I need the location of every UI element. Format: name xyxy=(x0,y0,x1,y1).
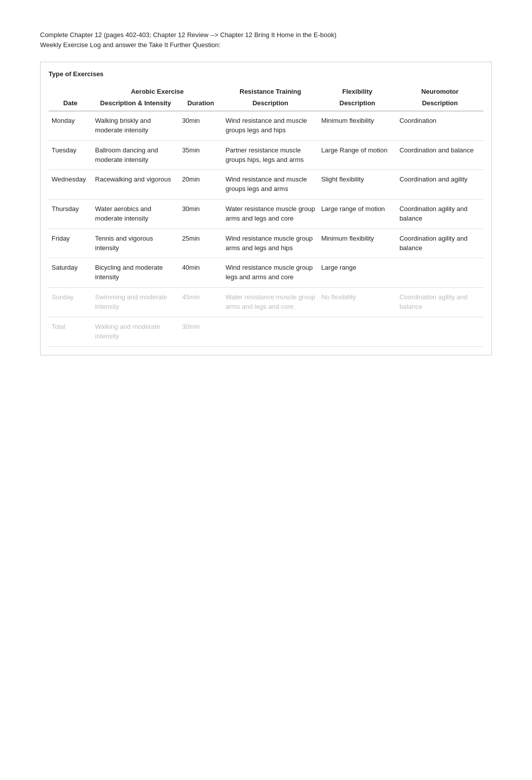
cell-neuromotor xyxy=(396,258,483,288)
header-aerobic: Aerobic Exercise xyxy=(92,84,222,97)
table-row: WednesdayRacewalking and vigorous20minWi… xyxy=(49,170,483,200)
table-row: MondayWalking briskly and moderate inten… xyxy=(49,111,483,141)
cell-neuromotor: Coordination agility and balance xyxy=(396,200,483,229)
cell-date: Monday xyxy=(49,111,92,141)
table-row: ThursdayWater aerobics and moderate inte… xyxy=(49,200,483,229)
cell-description: Water aerobics and moderate intensity xyxy=(92,200,179,229)
cell-flexibility: No flexibility xyxy=(318,288,396,317)
cell-flexibility xyxy=(318,317,396,346)
subheader-desc-intensity: Description & Intensity xyxy=(92,97,179,111)
cell-flexibility: Large range of motion xyxy=(318,200,396,229)
table-row: FridayTennis and vigorous intensity25min… xyxy=(49,229,483,258)
cell-neuromotor: Coordination agility and balance xyxy=(396,229,483,258)
cell-description: Tennis and vigorous intensity xyxy=(92,229,179,258)
subheader-flex-desc: Description xyxy=(318,97,396,111)
cell-date: Tuesday xyxy=(49,140,92,170)
cell-date: Thursday xyxy=(49,200,92,229)
subheader-res-desc: Description xyxy=(222,97,318,111)
cell-date: Saturday xyxy=(49,258,92,288)
intro-text: Complete Chapter 12 (pages 402-403; Chap… xyxy=(40,30,492,50)
cell-description: Bicycling and moderate intensity xyxy=(92,258,179,288)
header-flexibility: Flexibility xyxy=(318,84,396,97)
exercise-table-container: Type of Exercises Aerobic Exercise Resis… xyxy=(40,62,492,355)
group-header-row: Aerobic Exercise Resistance Training Fle… xyxy=(49,84,483,97)
cell-resistance: Water resistance muscle group arms and l… xyxy=(222,200,318,229)
cell-duration: 25min xyxy=(179,229,222,258)
cell-neuromotor: Coordination xyxy=(396,111,483,141)
cell-duration: 30min xyxy=(179,111,222,141)
cell-neuromotor: Coordination agility and balance xyxy=(396,288,483,317)
cell-description: Racewalking and vigorous xyxy=(92,170,179,200)
cell-neuromotor xyxy=(396,317,483,346)
cell-description: Swimming and moderate intensity xyxy=(92,288,179,317)
table-body: MondayWalking briskly and moderate inten… xyxy=(49,111,483,347)
cell-flexibility: Minimum flexibility xyxy=(318,229,396,258)
table-row: TuesdayBallroom dancing and moderate int… xyxy=(49,140,483,170)
cell-duration: 20min xyxy=(179,170,222,200)
cell-neuromotor: Coordination and agility xyxy=(396,170,483,200)
table-row: SundaySwimming and moderate intensity45m… xyxy=(49,288,483,317)
cell-resistance: Wind resistance muscle group legs and ar… xyxy=(222,258,318,288)
cell-flexibility: Minimum flexibility xyxy=(318,111,396,141)
cell-date: Sunday xyxy=(49,288,92,317)
cell-duration: 30min xyxy=(179,317,222,346)
table-row: SaturdayBicycling and moderate intensity… xyxy=(49,258,483,288)
subheader-neur-desc: Description xyxy=(396,97,483,111)
cell-duration: 30min xyxy=(179,200,222,229)
header-neuromotor: Neuromotor xyxy=(396,84,483,97)
cell-duration: 40min xyxy=(179,258,222,288)
cell-flexibility: Large Range of motion xyxy=(318,140,396,170)
cell-date: Wednesday xyxy=(49,170,92,200)
cell-description: Walking briskly and moderate intensity xyxy=(92,111,179,141)
header-resistance: Resistance Training xyxy=(222,84,318,97)
cell-resistance: Wind resistance and muscle groups legs a… xyxy=(222,170,318,200)
cell-resistance: Wind resistance and muscle groups legs a… xyxy=(222,111,318,141)
cell-resistance: Partner resistance muscle groups hips, l… xyxy=(222,140,318,170)
cell-description: Ballroom dancing and moderate intensity xyxy=(92,140,179,170)
cell-duration: 45min xyxy=(179,288,222,317)
header-empty-1 xyxy=(49,84,92,97)
cell-date: Friday xyxy=(49,229,92,258)
table-row: TotalWalking and moderate intensity30min xyxy=(49,317,483,346)
subheader-duration: Duration xyxy=(179,97,222,111)
subheader-date: Date xyxy=(49,97,92,111)
cell-flexibility: Slight flexibility xyxy=(318,170,396,200)
cell-date: Total xyxy=(49,317,92,346)
cell-resistance: Water resistance muscle group arms and l… xyxy=(222,288,318,317)
table-title: Type of Exercises xyxy=(49,70,483,78)
cell-duration: 35min xyxy=(179,140,222,170)
exercise-table: Aerobic Exercise Resistance Training Fle… xyxy=(49,84,483,347)
cell-description: Walking and moderate intensity xyxy=(92,317,179,346)
cell-flexibility: Large range xyxy=(318,258,396,288)
cell-resistance: Wind resistance muscle group arms and le… xyxy=(222,229,318,258)
cell-neuromotor: Coordination and balance xyxy=(396,140,483,170)
cell-resistance xyxy=(222,317,318,346)
sub-header-row: Date Description & Intensity Duration De… xyxy=(49,97,483,111)
